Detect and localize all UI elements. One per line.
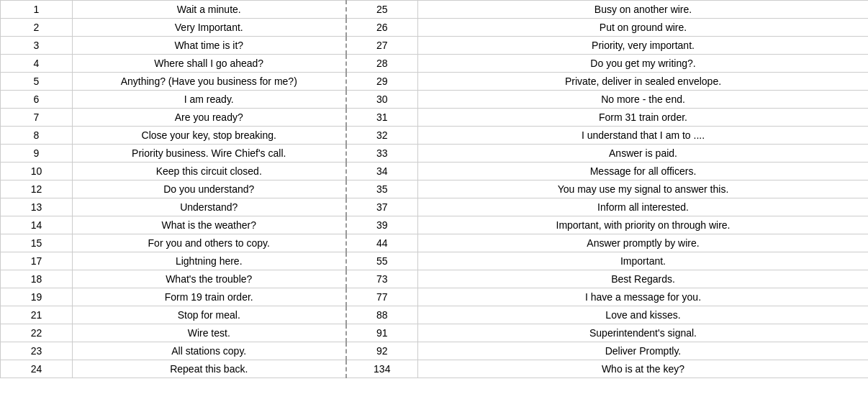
code-number-right: 134 (346, 360, 418, 378)
table-row: 8Close your key, stop breaking.32I under… (1, 127, 869, 145)
code-number-right: 77 (346, 288, 418, 306)
table-row: 24Repeat this back.134Who is at the key? (1, 360, 869, 378)
code-number-right: 29 (346, 73, 418, 91)
code-number-right: 91 (346, 324, 418, 342)
code-number-right: 33 (346, 145, 418, 163)
code-number-right: 92 (346, 342, 418, 360)
table-row: 2Very Important.26Put on ground wire. (1, 19, 869, 37)
code-message-right: Put on ground wire. (418, 19, 869, 37)
code-number-right: 39 (346, 216, 418, 234)
code-number-left: 3 (1, 37, 73, 55)
code-message-right: Inform all interested. (418, 198, 869, 216)
code-number-left: 10 (1, 163, 73, 180)
code-number-left: 7 (1, 109, 73, 127)
code-number-left: 24 (1, 360, 73, 378)
table-row: 22Wire test.91Superintendent's signal. (1, 324, 869, 342)
code-number-right: 25 (346, 1, 418, 19)
table-row: 3What time is it?27Priority, very import… (1, 37, 869, 55)
code-message-left: Anything? (Have you business for me?) (73, 73, 346, 91)
code-message-right: Superintendent's signal. (418, 324, 869, 342)
table-row: 4Where shall I go ahead?28Do you get my … (1, 55, 869, 73)
table-row: 7Are you ready?31Form 31 train order. (1, 109, 869, 127)
table-row: 9Priority business. Wire Chief's call.33… (1, 145, 869, 163)
code-number-right: 55 (346, 252, 418, 270)
code-message-left: Wait a minute. (73, 1, 346, 19)
code-message-right: Love and kisses. (418, 306, 869, 324)
table-row: 14What is the weather?39Important, with … (1, 216, 869, 234)
code-message-right: I understand that I am to .... (418, 127, 869, 145)
code-number-right: 30 (346, 91, 418, 109)
code-message-left: Keep this circuit closed. (73, 163, 346, 180)
code-number-left: 22 (1, 324, 73, 342)
code-message-right: Answer is paid. (418, 145, 869, 163)
code-message-right: You may use my signal to answer this. (418, 180, 869, 198)
code-number-left: 13 (1, 198, 73, 216)
code-message-right: Deliver Promptly. (418, 342, 869, 360)
code-number-right: 31 (346, 109, 418, 127)
code-number-right: 37 (346, 198, 418, 216)
code-message-right: Important, with priority on through wire… (418, 216, 869, 234)
table-row: 12Do you understand?35You may use my sig… (1, 180, 869, 198)
table-row: 1Wait a minute.25Busy on another wire. (1, 1, 869, 19)
table-row: 15For you and others to copy.44Answer pr… (1, 234, 869, 252)
code-message-right: Busy on another wire. (418, 1, 869, 19)
code-message-left: I am ready. (73, 91, 346, 109)
code-message-left: For you and others to copy. (73, 234, 346, 252)
code-number-left: 15 (1, 234, 73, 252)
code-message-left: What is the weather? (73, 216, 346, 234)
code-message-left: Where shall I go ahead? (73, 55, 346, 73)
code-message-left: What's the trouble? (73, 270, 346, 288)
code-message-right: Do you get my writing?. (418, 55, 869, 73)
code-number-left: 8 (1, 127, 73, 145)
code-number-left: 4 (1, 55, 73, 73)
code-number-left: 5 (1, 73, 73, 91)
code-message-left: Stop for meal. (73, 306, 346, 324)
code-number-left: 14 (1, 216, 73, 234)
code-number-left: 18 (1, 270, 73, 288)
code-message-right: Best Regards. (418, 270, 869, 288)
code-number-left: 23 (1, 342, 73, 360)
table-row: 6I am ready.30No more - the end. (1, 91, 869, 109)
code-message-right: Form 31 train order. (418, 109, 869, 127)
code-message-left: Lightning here. (73, 252, 346, 270)
table-row: 19Form 19 train order.77I have a message… (1, 288, 869, 306)
code-number-right: 73 (346, 270, 418, 288)
code-message-left: What time is it? (73, 37, 346, 55)
code-message-left: Do you understand? (73, 180, 346, 198)
code-number-right: 28 (346, 55, 418, 73)
table-row: 21Stop for meal.88Love and kisses. (1, 306, 869, 324)
code-number-left: 12 (1, 180, 73, 198)
code-message-right: Private, deliver in sealed envelope. (418, 73, 869, 91)
code-number-right: 88 (346, 306, 418, 324)
code-message-left: Wire test. (73, 324, 346, 342)
code-number-right: 26 (346, 19, 418, 37)
code-number-right: 34 (346, 163, 418, 180)
table-row: 13Understand?37Inform all interested. (1, 198, 869, 216)
code-message-left: Very Important. (73, 19, 346, 37)
code-message-left: All stations copy. (73, 342, 346, 360)
code-number-left: 21 (1, 306, 73, 324)
code-message-left: Are you ready? (73, 109, 346, 127)
code-number-right: 44 (346, 234, 418, 252)
table-row: 18What's the trouble?73Best Regards. (1, 270, 869, 288)
table-row: 5Anything? (Have you business for me?)29… (1, 73, 869, 91)
code-message-right: Important. (418, 252, 869, 270)
code-message-left: Repeat this back. (73, 360, 346, 378)
code-number-right: 35 (346, 180, 418, 198)
table-row: 23All stations copy.92Deliver Promptly. (1, 342, 869, 360)
codes-table: 1Wait a minute.25Busy on another wire.2V… (0, 0, 868, 378)
code-message-right: Who is at the key? (418, 360, 869, 378)
table-row: 10Keep this circuit closed.34Message for… (1, 163, 869, 180)
code-message-right: No more - the end. (418, 91, 869, 109)
code-number-right: 32 (346, 127, 418, 145)
code-message-right: I have a message for you. (418, 288, 869, 306)
code-number-right: 27 (346, 37, 418, 55)
code-message-left: Form 19 train order. (73, 288, 346, 306)
code-message-left: Priority business. Wire Chief's call. (73, 145, 346, 163)
table-row: 17Lightning here.55Important. (1, 252, 869, 270)
code-number-left: 19 (1, 288, 73, 306)
code-message-left: Close your key, stop breaking. (73, 127, 346, 145)
main-container: 1Wait a minute.25Busy on another wire.2V… (0, 0, 868, 378)
code-message-right: Message for all officers. (418, 163, 869, 180)
code-message-right: Priority, very important. (418, 37, 869, 55)
